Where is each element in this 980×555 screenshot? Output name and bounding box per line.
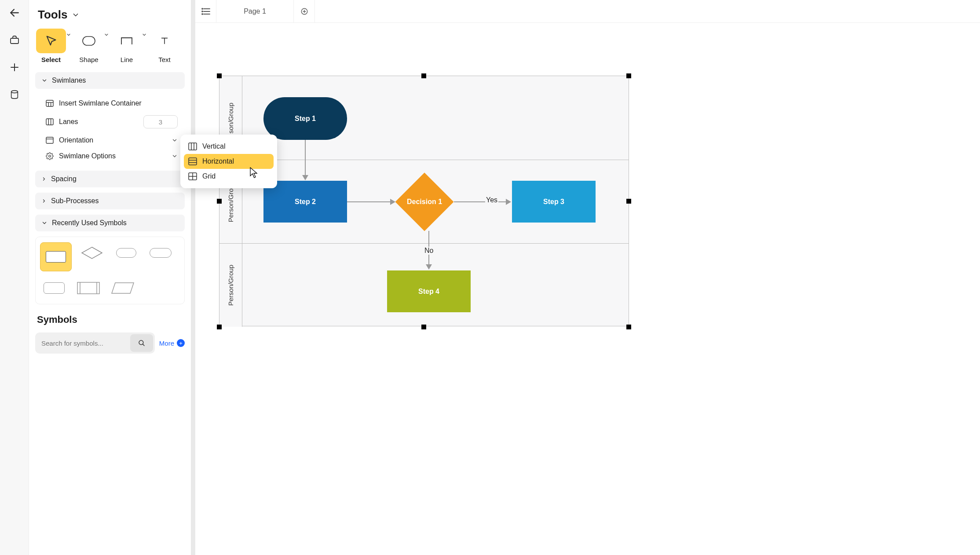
edge-step2-decision[interactable] bbox=[347, 201, 391, 202]
svg-rect-37 bbox=[189, 158, 197, 165]
symbol-diamond[interactable] bbox=[78, 242, 106, 263]
swimlane-options-item[interactable]: Swimlane Options bbox=[35, 149, 185, 164]
symbol-pill[interactable] bbox=[112, 242, 140, 263]
arrowhead-icon bbox=[390, 199, 395, 205]
plus-icon: + bbox=[177, 339, 185, 347]
accordion-swimlanes[interactable]: Swimlanes bbox=[35, 72, 185, 89]
symbols-heading: Symbols bbox=[35, 310, 185, 327]
arrowhead-icon bbox=[302, 175, 308, 180]
chevron-down-icon bbox=[72, 11, 80, 19]
arrowhead-icon bbox=[506, 199, 511, 205]
svg-rect-5 bbox=[83, 37, 95, 45]
more-label: More bbox=[159, 340, 174, 347]
chevron-down-icon bbox=[172, 153, 178, 159]
orientation-option-grid[interactable]: Grid bbox=[184, 169, 274, 184]
shape-label: Step 2 bbox=[295, 198, 316, 206]
page-list-button[interactable] bbox=[195, 0, 216, 22]
insert-swimlane-container[interactable]: Insert Swimlane Container bbox=[35, 96, 185, 111]
tool-select[interactable]: Select bbox=[36, 29, 66, 63]
recent-symbols-panel bbox=[35, 237, 185, 304]
list-icon bbox=[201, 7, 210, 15]
shape-label: Step 3 bbox=[543, 198, 564, 206]
shape-step4[interactable]: Step 4 bbox=[387, 270, 471, 312]
accordion-sub-processes[interactable]: Sub-Processes bbox=[35, 193, 185, 209]
columns-icon bbox=[46, 118, 54, 125]
svg-rect-34 bbox=[189, 143, 197, 150]
selection-handle-tc[interactable] bbox=[421, 73, 426, 78]
symbol-parallelogram[interactable] bbox=[109, 278, 137, 299]
arrowhead-icon bbox=[426, 264, 432, 270]
lanes-count-input[interactable]: 3 bbox=[143, 115, 178, 128]
accordion-recent-symbols[interactable]: Recently Used Symbols bbox=[35, 215, 185, 231]
orientation-option-vertical[interactable]: Vertical bbox=[184, 139, 274, 154]
shape-step2[interactable]: Step 2 bbox=[263, 181, 347, 223]
toolbox-button[interactable] bbox=[7, 33, 22, 47]
accordion-label: Sub-Processes bbox=[51, 197, 99, 205]
selection-handle-tl[interactable] bbox=[217, 73, 222, 78]
page-tabs: Page 1 bbox=[195, 0, 980, 23]
add-button[interactable] bbox=[7, 60, 22, 75]
sub-item-label: Orientation bbox=[59, 136, 93, 144]
tool-line[interactable]: Line bbox=[112, 29, 142, 63]
search-button[interactable] bbox=[130, 334, 153, 352]
option-label: Grid bbox=[202, 172, 216, 180]
selection-handle-tr[interactable] bbox=[626, 73, 631, 78]
tool-label: Line bbox=[121, 56, 133, 63]
symbol-search-input[interactable] bbox=[41, 335, 130, 351]
symbol-rounded-rect[interactable] bbox=[40, 278, 68, 299]
back-button[interactable] bbox=[7, 5, 22, 20]
orientation-item[interactable]: Orientation bbox=[35, 133, 185, 148]
edge-label-yes[interactable]: Yes bbox=[485, 196, 498, 204]
svg-point-17 bbox=[49, 155, 51, 157]
svg-point-28 bbox=[202, 8, 203, 9]
svg-rect-12 bbox=[46, 119, 53, 125]
selection-handle-bl[interactable] bbox=[217, 325, 222, 329]
chevron-down-icon[interactable] bbox=[104, 32, 109, 37]
tool-text[interactable]: Text bbox=[150, 29, 179, 63]
accordion-spacing[interactable]: Spacing bbox=[35, 171, 185, 187]
symbol-predefined-process[interactable] bbox=[74, 278, 102, 299]
text-icon bbox=[160, 36, 169, 46]
lane-label: son/Group bbox=[227, 102, 234, 133]
swimlanes-sublist: Insert Swimlane Container Lanes 3 Orient… bbox=[35, 94, 185, 165]
shape-label: Step 4 bbox=[418, 288, 439, 296]
tool-shape[interactable]: Shape bbox=[74, 29, 104, 63]
svg-point-4 bbox=[11, 91, 18, 93]
svg-rect-19 bbox=[77, 282, 99, 294]
lane-header[interactable]: Person/Group bbox=[219, 244, 242, 327]
shape-step3[interactable]: Step 3 bbox=[512, 181, 596, 223]
diagram-canvas[interactable]: son/Group Person/Group Person/Group Step… bbox=[195, 23, 980, 555]
sidebar-resize-handle[interactable] bbox=[191, 0, 195, 555]
edge-label-no[interactable]: No bbox=[424, 247, 434, 255]
orientation-option-horizontal[interactable]: Horizontal bbox=[184, 154, 274, 169]
gear-icon bbox=[46, 152, 54, 160]
chevron-right-icon bbox=[41, 198, 47, 204]
add-page-button[interactable] bbox=[294, 0, 315, 22]
selection-handle-mr[interactable] bbox=[626, 199, 631, 204]
chevron-down-icon[interactable] bbox=[142, 32, 147, 37]
grid-icon bbox=[46, 100, 54, 107]
lanes-item[interactable]: Lanes 3 bbox=[35, 112, 185, 132]
edge-step1-step2[interactable] bbox=[305, 140, 306, 176]
page-tab-1[interactable]: Page 1 bbox=[216, 0, 294, 22]
symbol-stadium[interactable] bbox=[146, 242, 175, 263]
database-button[interactable] bbox=[7, 87, 22, 102]
svg-point-30 bbox=[202, 14, 203, 15]
svg-rect-8 bbox=[46, 100, 53, 106]
selection-handle-ml[interactable] bbox=[217, 199, 222, 204]
sidebar-title-label: Tools bbox=[38, 8, 67, 22]
chevron-down-icon[interactable] bbox=[66, 32, 71, 37]
sidebar-title[interactable]: Tools bbox=[35, 8, 185, 22]
tool-label: Select bbox=[41, 56, 61, 63]
more-symbols-link[interactable]: More + bbox=[159, 339, 185, 347]
selection-handle-br[interactable] bbox=[626, 325, 631, 329]
tool-row: Select Shape Line bbox=[35, 27, 185, 67]
edge-decision-step3[interactable] bbox=[454, 201, 507, 202]
selection-handle-bc[interactable] bbox=[421, 325, 426, 329]
rows-icon bbox=[46, 137, 54, 144]
shape-step1[interactable]: Step 1 bbox=[263, 97, 347, 140]
symbol-rectangle[interactable] bbox=[40, 242, 72, 271]
svg-line-24 bbox=[143, 344, 144, 346]
swimlane-container[interactable]: son/Group Person/Group Person/Group Step… bbox=[219, 76, 629, 326]
chevron-down-icon bbox=[41, 220, 48, 226]
